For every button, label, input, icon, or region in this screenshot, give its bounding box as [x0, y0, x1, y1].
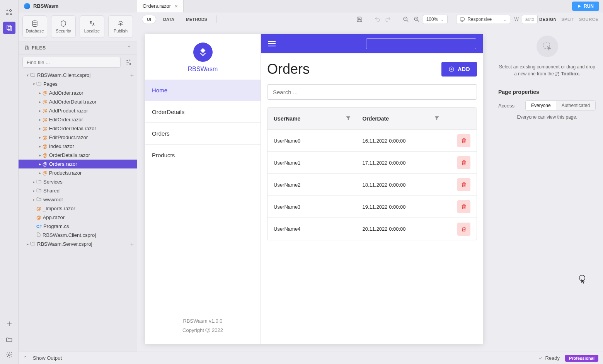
plus-icon[interactable] [3, 318, 15, 330]
tree-item[interactable]: ▸@AddOrder.razor [19, 88, 137, 97]
tree-item[interactable]: @App.razor [19, 213, 137, 222]
view-tab-source[interactable]: SOURCE [579, 17, 598, 22]
view-tab-split[interactable]: SPLIT [561, 17, 574, 22]
delete-button[interactable] [457, 134, 470, 147]
delete-button[interactable] [457, 223, 470, 236]
tree-item[interactable]: ▸@Products.razor [19, 168, 137, 177]
tool-publish[interactable]: Publish [108, 15, 133, 38]
access-label: Access [498, 103, 525, 109]
chevron-up-icon[interactable]: ⌃ [23, 355, 27, 361]
add-icon[interactable]: + [130, 241, 134, 248]
app-logo-icon [24, 3, 30, 9]
svg-rect-4 [7, 25, 10, 29]
preview-header [261, 34, 483, 53]
table-row[interactable]: UserName218.11.2022 0:00:00 [267, 174, 477, 196]
tree-item[interactable]: RBSWasm.Client.csproj [19, 231, 137, 240]
subtab-data[interactable]: DATA [158, 15, 179, 24]
access-option[interactable]: Everyone [526, 101, 556, 110]
filter-icon[interactable] [346, 116, 351, 122]
find-file-input[interactable] [22, 57, 121, 68]
add-icon[interactable]: + [130, 72, 134, 79]
tree-item[interactable]: ▸@EditOrderDetail.razor [19, 124, 137, 133]
tree-item[interactable]: ▸Shared [19, 186, 137, 195]
table-row[interactable]: UserName117.11.2022 0:00:00 [267, 152, 477, 174]
subtab-methods[interactable]: METHODS [181, 15, 212, 24]
filter-tree-icon[interactable] [124, 58, 133, 67]
run-button-label: RUN [584, 3, 594, 9]
delete-button[interactable] [457, 178, 470, 191]
app-title: RBSWasm [33, 3, 58, 9]
tree-item[interactable]: C#Program.cs [19, 222, 137, 231]
tool-database[interactable]: Database [22, 15, 47, 38]
tree-item[interactable]: ▸Services [19, 177, 137, 186]
tree-item[interactable]: ▸RBSWasm.Server.csproj+ [19, 240, 137, 248]
add-button-label: ADD [458, 66, 470, 72]
delete-button[interactable] [457, 156, 470, 169]
editor-tab[interactable]: Orders.razor × [137, 0, 184, 12]
toolbox-icon[interactable] [3, 6, 15, 19]
access-option[interactable]: Authenticated [556, 101, 595, 110]
status-ready: Ready [538, 355, 560, 361]
sidebar: RBSWasm DatabaseSecurityLocalizePublish … [19, 0, 137, 364]
license-badge: Professional [565, 355, 598, 362]
files-icon[interactable] [3, 22, 15, 34]
chevron-up-icon[interactable]: ⌃ [127, 45, 131, 51]
undo-icon[interactable] [373, 15, 382, 24]
svg-rect-1 [9, 9, 11, 12]
run-button[interactable]: RUN [572, 2, 599, 11]
save-icon[interactable] [355, 15, 364, 24]
zoom-select[interactable]: 100%⌄ [423, 15, 448, 24]
subtab-ui[interactable]: UI [142, 15, 156, 24]
filter-icon[interactable] [434, 116, 439, 122]
col-header-orderdate[interactable]: OrderDate [363, 116, 451, 122]
svg-point-7 [32, 21, 37, 23]
tree-item[interactable]: ▸wwwroot [19, 195, 137, 204]
svg-rect-9 [26, 47, 28, 50]
open-folder-icon[interactable] [3, 333, 15, 345]
toolbox-mini-icon [555, 72, 560, 77]
show-output-button[interactable]: Show Output [33, 355, 62, 361]
table-row[interactable]: UserName420.11.2022 0:00:00 [267, 218, 477, 240]
tree-item[interactable]: ▾RBSWasm.Client.csproj+ [19, 71, 137, 80]
designer-toolbar: UIDATAMETHODS 100%⌄ Responsive⌄ W auto D… [137, 12, 603, 26]
tree-item[interactable]: ▸@Index.razor [19, 142, 137, 151]
nav-item[interactable]: Home [145, 80, 261, 101]
svg-rect-8 [25, 46, 27, 49]
app-title-bar: RBSWasm [19, 0, 137, 12]
tree-item[interactable]: ▸@OrderDetails.razor [19, 151, 137, 160]
tree-item[interactable]: ▸@EditProduct.razor [19, 133, 137, 142]
delete-button[interactable] [457, 200, 470, 213]
width-input[interactable]: auto [522, 15, 538, 24]
placeholder-icon [537, 36, 558, 57]
nav-item[interactable]: Products [145, 145, 261, 166]
svg-point-10 [129, 60, 130, 61]
svg-rect-22 [556, 75, 557, 76]
tree-item[interactable]: ▸@AddOrderDetail.razor [19, 97, 137, 106]
tool-shield[interactable]: Security [51, 15, 76, 38]
tree-item[interactable]: ▸@AddProduct.razor [19, 106, 137, 115]
files-panel-header[interactable]: FILES ⌃ [19, 41, 137, 54]
settings-icon[interactable] [3, 349, 15, 361]
close-icon[interactable]: × [175, 3, 178, 9]
tool-localize[interactable]: Localize [80, 15, 104, 38]
tree-item[interactable]: ▸@EditOrder.razor [19, 115, 137, 124]
grid-search-input[interactable] [267, 84, 477, 100]
nav-item[interactable]: OrderDetails [145, 101, 261, 123]
view-tab-design[interactable]: DESIGN [539, 17, 557, 22]
table-row[interactable]: UserName319.11.2022 0:00:00 [267, 196, 477, 218]
zoom-in-icon[interactable] [412, 15, 421, 24]
preview-footer: RBSWasm v1.0.0 Copyright Ⓒ 2022 [145, 307, 261, 344]
redo-icon[interactable] [383, 15, 393, 24]
zoom-out-icon[interactable] [401, 15, 411, 24]
tree-item[interactable]: @_Imports.razor [19, 204, 137, 213]
hamburger-icon[interactable] [268, 39, 277, 48]
header-search-input[interactable] [366, 38, 476, 49]
col-header-username[interactable]: UserName [274, 116, 363, 122]
nav-item[interactable]: Orders [145, 123, 261, 145]
tree-item[interactable]: ▸@Orders.razor [19, 160, 137, 168]
add-button[interactable]: ADD [441, 62, 477, 77]
data-grid: UserNameOrderDateUserName016.11.2022 0:0… [267, 107, 477, 240]
table-row[interactable]: UserName016.11.2022 0:00:00 [267, 130, 477, 152]
responsive-select[interactable]: Responsive⌄ [456, 15, 510, 24]
tree-item[interactable]: ▾Pages [19, 80, 137, 88]
